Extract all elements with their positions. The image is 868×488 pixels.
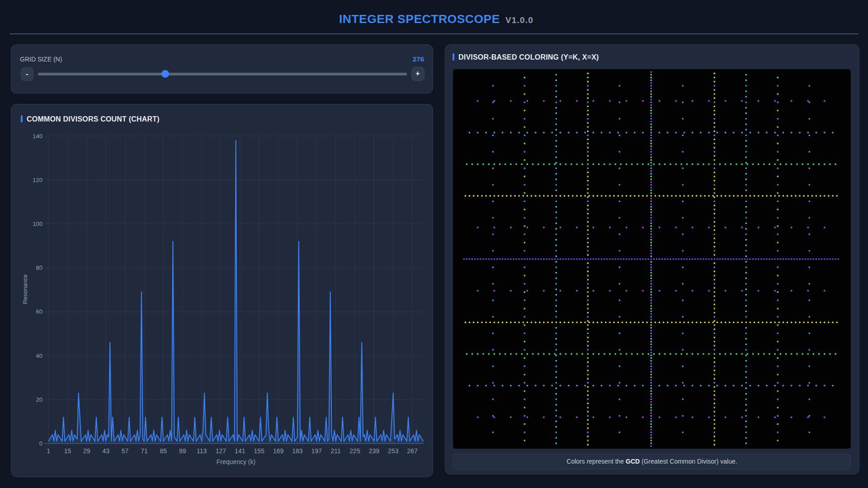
svg-text:Resonance: Resonance [22, 274, 28, 304]
svg-text:43: 43 [102, 447, 109, 455]
svg-text:100: 100 [33, 221, 42, 227]
svg-text:80: 80 [36, 264, 42, 271]
svg-text:169: 169 [273, 447, 284, 455]
svg-text:253: 253 [388, 447, 399, 455]
svg-text:85: 85 [160, 447, 167, 455]
svg-text:71: 71 [141, 447, 148, 455]
svg-text:1: 1 [47, 447, 50, 455]
svg-text:40: 40 [36, 352, 42, 359]
svg-text:57: 57 [122, 447, 129, 455]
svg-text:60: 60 [36, 308, 42, 315]
svg-text:155: 155 [254, 447, 265, 455]
svg-text:99: 99 [179, 447, 186, 455]
svg-text:140: 140 [33, 133, 42, 140]
svg-text:211: 211 [331, 447, 341, 455]
svg-text:15: 15 [64, 447, 71, 455]
svg-text:113: 113 [197, 447, 207, 455]
svg-text:Frequency (k): Frequency (k) [217, 458, 255, 465]
svg-text:183: 183 [292, 447, 303, 455]
svg-text:225: 225 [349, 447, 360, 455]
svg-text:267: 267 [407, 447, 418, 455]
svg-text:0: 0 [39, 440, 42, 447]
svg-text:197: 197 [311, 447, 322, 455]
svg-text:20: 20 [36, 396, 42, 403]
svg-text:120: 120 [33, 177, 42, 183]
svg-text:141: 141 [235, 447, 245, 455]
svg-text:29: 29 [83, 447, 90, 455]
svg-text:239: 239 [369, 447, 380, 455]
svg-text:127: 127 [216, 447, 226, 455]
